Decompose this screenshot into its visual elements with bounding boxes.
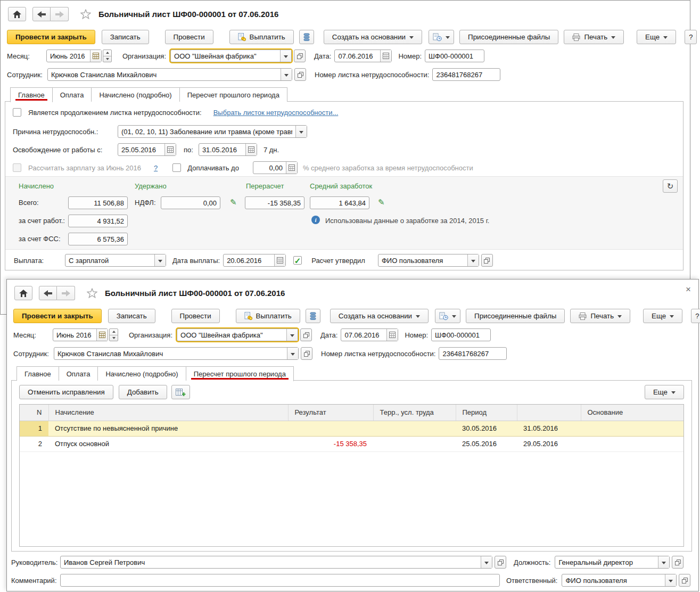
manager-dropdown-button[interactable] — [481, 556, 492, 568]
tab-nachisleno[interactable]: Начислено (подробно) — [98, 366, 186, 381]
approved-by-dropdown-button[interactable] — [467, 254, 479, 266]
help-button[interactable]: ? — [691, 309, 700, 323]
add-column-button[interactable] — [171, 385, 190, 399]
employee-open-button[interactable] — [294, 68, 306, 81]
home-button[interactable] — [14, 286, 32, 300]
employee-input[interactable] — [54, 348, 287, 359]
edit-average-pencil-icon[interactable]: ✎ — [378, 198, 385, 206]
attached-files-button[interactable]: Присоединенные файлы — [459, 30, 558, 44]
employer-share-input[interactable] — [69, 215, 127, 227]
refresh-button[interactable]: ↻ — [663, 179, 678, 193]
month-stepper[interactable] — [109, 328, 118, 341]
tab-glavnoe[interactable]: Главное — [17, 366, 59, 381]
cell-period-end[interactable]: 31.05.2016 — [517, 421, 581, 436]
create-based-on-button[interactable]: Создать на основании — [324, 30, 422, 44]
number-field[interactable] — [431, 328, 491, 341]
cell-territory[interactable] — [373, 436, 456, 451]
number-input[interactable] — [432, 329, 490, 341]
reminder-button[interactable] — [429, 30, 454, 44]
column-header-period[interactable]: Период — [456, 405, 517, 421]
month-input[interactable] — [47, 50, 90, 62]
organization-input[interactable] — [171, 50, 280, 62]
pay-button[interactable]: Выплатить — [236, 309, 300, 323]
organization-dropdown-button[interactable] — [280, 50, 291, 62]
tab-oplata[interactable]: Оплата — [53, 87, 92, 102]
release-to-calendar-button[interactable] — [245, 144, 257, 155]
employee-field[interactable] — [54, 347, 299, 360]
payment-field[interactable] — [65, 254, 166, 267]
employee-dropdown-button[interactable] — [281, 69, 292, 80]
cell-territory[interactable] — [373, 421, 456, 436]
recalc-table[interactable]: N Начисление Результат Терр., усл. труда… — [19, 404, 684, 547]
save-button[interactable]: Записать — [108, 309, 155, 323]
more-button[interactable]: Еще — [637, 30, 676, 44]
employer-share-field[interactable] — [68, 215, 128, 227]
date-calendar-button[interactable] — [386, 329, 398, 341]
reminder-button[interactable] — [435, 309, 460, 323]
forward-button[interactable] — [57, 286, 75, 300]
approved-checkbox[interactable]: ✓ — [293, 256, 302, 265]
release-from-field[interactable] — [118, 143, 176, 156]
responsible-open-button[interactable] — [679, 574, 690, 587]
employee-open-button[interactable] — [301, 347, 312, 360]
reason-dropdown-button[interactable] — [295, 126, 307, 137]
organization-input[interactable] — [177, 329, 286, 341]
month-field[interactable] — [46, 50, 102, 62]
edit-ndfl-pencil-icon[interactable]: ✎ — [230, 198, 237, 206]
pay-up-input[interactable] — [253, 162, 286, 174]
post-button[interactable]: Провести — [171, 309, 220, 323]
release-from-calendar-button[interactable] — [164, 144, 176, 155]
post-and-close-button[interactable]: Провести и закрыть — [7, 30, 95, 44]
cell-period-end[interactable]: 29.05.2016 — [517, 436, 581, 451]
organization-field[interactable] — [177, 328, 298, 341]
favorite-star-icon[interactable] — [80, 9, 91, 19]
manager-field[interactable] — [60, 556, 492, 569]
recalculation-input[interactable] — [245, 197, 304, 209]
help-button[interactable]: ? — [685, 30, 697, 44]
fss-share-input[interactable] — [69, 233, 127, 245]
forward-button[interactable] — [51, 7, 69, 21]
responsible-field[interactable] — [562, 574, 677, 587]
print-button[interactable]: Печать — [570, 309, 630, 323]
ndfl-input[interactable] — [161, 197, 220, 209]
save-button[interactable]: Записать — [102, 30, 149, 44]
number-input[interactable] — [425, 50, 484, 62]
fss-share-field[interactable] — [68, 233, 128, 245]
payment-dropdown-button[interactable] — [154, 254, 166, 266]
organization-open-button[interactable] — [300, 328, 312, 341]
sick-list-number-input[interactable] — [433, 69, 500, 80]
column-header-accrual[interactable]: Начисление — [48, 405, 288, 421]
attached-files-button[interactable]: Присоединенные файлы — [466, 309, 565, 323]
reason-input[interactable] — [118, 126, 295, 137]
release-from-input[interactable] — [118, 144, 164, 155]
back-button[interactable] — [39, 286, 57, 300]
month-stepper[interactable] — [103, 50, 112, 62]
calc-salary-help-link[interactable]: ? — [154, 164, 158, 172]
manager-input[interactable] — [61, 556, 481, 568]
release-to-input[interactable] — [199, 144, 245, 155]
cell-n[interactable]: 2 — [20, 436, 48, 451]
organization-dropdown-button[interactable] — [286, 329, 298, 341]
create-based-on-button[interactable]: Создать на основании — [330, 309, 429, 323]
column-header-period-end[interactable] — [517, 405, 581, 421]
close-icon[interactable]: × — [686, 285, 691, 294]
back-button[interactable] — [32, 7, 51, 21]
payment-input[interactable] — [65, 254, 154, 266]
table-more-button[interactable]: Еще — [645, 385, 684, 399]
calc-salary-checkbox[interactable] — [13, 163, 21, 172]
cell-basis[interactable] — [581, 436, 683, 451]
date-field[interactable] — [334, 50, 392, 62]
sick-list-number-field[interactable] — [439, 347, 507, 360]
position-dropdown-button[interactable] — [658, 556, 669, 568]
continuation-checkbox[interactable] — [13, 108, 21, 117]
approved-by-input[interactable] — [378, 254, 467, 266]
column-header-basis[interactable]: Основание — [581, 405, 683, 421]
recalculation-field[interactable] — [245, 196, 304, 209]
sick-list-number-field[interactable] — [432, 68, 500, 81]
select-sick-list-link[interactable]: Выбрать листок нетрудоспособности... — [213, 109, 339, 117]
tab-oplata[interactable]: Оплата — [59, 366, 98, 381]
month-picker-button[interactable] — [96, 329, 108, 341]
column-header-result[interactable]: Результат — [288, 405, 373, 421]
date-input[interactable] — [335, 50, 380, 62]
tab-glavnoe[interactable]: Главное — [10, 87, 53, 102]
